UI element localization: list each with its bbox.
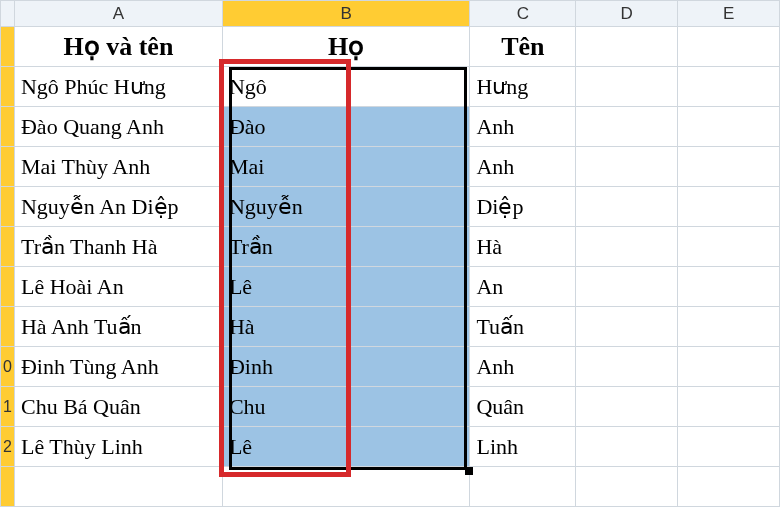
cell[interactable]: Ngô xyxy=(222,67,470,107)
row-number[interactable] xyxy=(1,27,15,67)
row-number[interactable] xyxy=(1,147,15,187)
corner-cell[interactable] xyxy=(1,1,15,27)
cell[interactable] xyxy=(678,147,780,187)
cell[interactable] xyxy=(576,67,678,107)
cell[interactable]: Quân xyxy=(470,387,576,427)
cell[interactable]: Hưng xyxy=(470,67,576,107)
cell[interactable] xyxy=(678,387,780,427)
row-number[interactable] xyxy=(1,107,15,147)
cell[interactable] xyxy=(678,427,780,467)
cell[interactable] xyxy=(470,467,576,507)
col-header-B[interactable]: B xyxy=(222,1,470,27)
cell[interactable] xyxy=(576,267,678,307)
cell[interactable]: Nguyễn xyxy=(222,187,470,227)
cell[interactable] xyxy=(678,27,780,67)
col-header-A[interactable]: A xyxy=(14,1,222,27)
cell[interactable]: Trần Thanh Hà xyxy=(14,227,222,267)
cell[interactable]: Lê Hoài An xyxy=(14,267,222,307)
table-row: Ngô Phúc Hưng Ngô Hưng xyxy=(1,67,780,107)
cell[interactable]: Ngô Phúc Hưng xyxy=(14,67,222,107)
row-number[interactable]: 2 xyxy=(1,427,15,467)
cell[interactable]: Trần xyxy=(222,227,470,267)
cell[interactable] xyxy=(222,467,470,507)
cell[interactable] xyxy=(678,347,780,387)
cell[interactable]: Anh xyxy=(470,347,576,387)
col-header-E[interactable]: E xyxy=(678,1,780,27)
cell[interactable]: Mai Thùy Anh xyxy=(14,147,222,187)
cell[interactable]: Chu xyxy=(222,387,470,427)
cell[interactable] xyxy=(678,467,780,507)
table-row xyxy=(1,467,780,507)
cell[interactable]: Họ xyxy=(222,27,470,67)
cell[interactable]: Nguyễn An Diệp xyxy=(14,187,222,227)
cell[interactable]: Linh xyxy=(470,427,576,467)
cell[interactable]: An xyxy=(470,267,576,307)
cell[interactable] xyxy=(576,387,678,427)
cell[interactable]: Họ và tên xyxy=(14,27,222,67)
cell[interactable]: Đinh xyxy=(222,347,470,387)
cell[interactable]: Đinh Tùng Anh xyxy=(14,347,222,387)
cell[interactable]: Hà xyxy=(470,227,576,267)
cell[interactable]: Tên xyxy=(470,27,576,67)
row-number[interactable] xyxy=(1,267,15,307)
row-number[interactable]: 1 xyxy=(1,387,15,427)
cell[interactable]: Đào Quang Anh xyxy=(14,107,222,147)
cell[interactable] xyxy=(576,227,678,267)
cell[interactable]: Lê xyxy=(222,427,470,467)
cell[interactable]: Diệp xyxy=(470,187,576,227)
cell[interactable]: Hà xyxy=(222,307,470,347)
row-number[interactable] xyxy=(1,227,15,267)
cell[interactable] xyxy=(678,227,780,267)
grid[interactable]: A B C D E Họ và tên Họ Tên Ngô Phúc Hưng… xyxy=(0,0,780,507)
cell[interactable] xyxy=(576,347,678,387)
table-row: 2 Lê Thùy Linh Lê Linh xyxy=(1,427,780,467)
table-header-row: Họ và tên Họ Tên xyxy=(1,27,780,67)
row-number[interactable] xyxy=(1,67,15,107)
table-row: Đào Quang Anh Đào Anh xyxy=(1,107,780,147)
col-header-C[interactable]: C xyxy=(470,1,576,27)
cell[interactable]: Tuấn xyxy=(470,307,576,347)
cell[interactable]: Đào xyxy=(222,107,470,147)
cell[interactable]: Anh xyxy=(470,147,576,187)
table-row: 1 Chu Bá Quân Chu Quân xyxy=(1,387,780,427)
cell[interactable]: Mai xyxy=(222,147,470,187)
cell[interactable] xyxy=(576,147,678,187)
cell[interactable] xyxy=(576,427,678,467)
table-row: Hà Anh Tuấn Hà Tuấn xyxy=(1,307,780,347)
table-row: Trần Thanh Hà Trần Hà xyxy=(1,227,780,267)
cell[interactable] xyxy=(678,107,780,147)
cell[interactable] xyxy=(14,467,222,507)
table-row: Lê Hoài An Lê An xyxy=(1,267,780,307)
col-header-D[interactable]: D xyxy=(576,1,678,27)
cell[interactable]: Lê Thùy Linh xyxy=(14,427,222,467)
row-number[interactable]: 0 xyxy=(1,347,15,387)
table-row: 0 Đinh Tùng Anh Đinh Anh xyxy=(1,347,780,387)
table-row: Nguyễn An Diệp Nguyễn Diệp xyxy=(1,187,780,227)
row-number[interactable] xyxy=(1,187,15,227)
cell[interactable] xyxy=(678,267,780,307)
spreadsheet[interactable]: A B C D E Họ và tên Họ Tên Ngô Phúc Hưng… xyxy=(0,0,780,507)
row-number[interactable] xyxy=(1,307,15,347)
cell[interactable] xyxy=(576,187,678,227)
cell[interactable] xyxy=(678,307,780,347)
cell[interactable] xyxy=(576,467,678,507)
row-number[interactable] xyxy=(1,467,15,507)
cell[interactable]: Hà Anh Tuấn xyxy=(14,307,222,347)
cell[interactable] xyxy=(678,187,780,227)
cell[interactable] xyxy=(678,67,780,107)
cell[interactable]: Chu Bá Quân xyxy=(14,387,222,427)
column-header-row: A B C D E xyxy=(1,1,780,27)
table-row: Mai Thùy Anh Mai Anh xyxy=(1,147,780,187)
cell[interactable]: Anh xyxy=(470,107,576,147)
cell[interactable] xyxy=(576,27,678,67)
cell[interactable] xyxy=(576,307,678,347)
cell[interactable] xyxy=(576,107,678,147)
cell[interactable]: Lê xyxy=(222,267,470,307)
